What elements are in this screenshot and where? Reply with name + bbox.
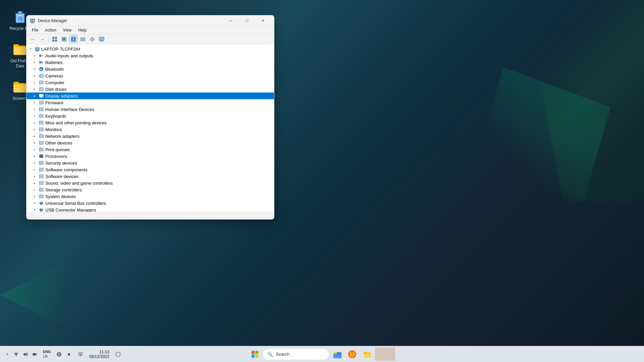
device-tree[interactable]: ▾ LAPTOP-7LCPF2IH ▸Audio inputs and outp… bbox=[26, 44, 274, 212]
expand-btn-other-devices[interactable]: ▸ bbox=[32, 140, 37, 145]
expand-btn-keyboards[interactable]: ▸ bbox=[32, 113, 37, 119]
icon-system-devices bbox=[39, 194, 44, 199]
tree-root[interactable]: ▾ LAPTOP-7LCPF2IH bbox=[26, 46, 274, 52]
toolbar-btn-properties[interactable]: i bbox=[69, 35, 78, 43]
toolbar-btn-4[interactable] bbox=[60, 35, 68, 43]
menu-action[interactable]: Action bbox=[42, 27, 59, 33]
expand-btn-firmware[interactable]: ▸ bbox=[32, 100, 37, 105]
expand-btn-network-adapters[interactable]: ▸ bbox=[32, 133, 37, 139]
expand-btn-processors[interactable]: ▸ bbox=[32, 154, 37, 159]
taskbar-file-explorer[interactable] bbox=[331, 348, 344, 361]
svg-rect-27 bbox=[35, 48, 39, 50]
tree-item-sound-video[interactable]: ▸Sound, video and game controllers bbox=[26, 180, 274, 186]
tree-item-network-adapters[interactable]: ▸Network adapters bbox=[26, 133, 274, 139]
tray-globe-icon[interactable] bbox=[55, 350, 63, 358]
expand-btn-cameras[interactable]: ▸ bbox=[32, 73, 37, 78]
label-storage-controllers: Storage controllers bbox=[45, 187, 82, 192]
tree-item-firmware[interactable]: ▸Firmware bbox=[26, 99, 274, 106]
root-expand[interactable]: ▾ bbox=[28, 46, 33, 52]
tree-item-human-interface[interactable]: ▸Human Interface Devices bbox=[26, 106, 274, 113]
svg-rect-5 bbox=[31, 23, 34, 23]
tray-network-icon[interactable] bbox=[12, 350, 20, 358]
expand-btn-human-interface[interactable]: ▸ bbox=[32, 107, 37, 112]
back-button[interactable]: ← bbox=[29, 35, 37, 43]
tray-battery-icon[interactable] bbox=[31, 350, 39, 358]
expand-btn-software-devices[interactable]: ▸ bbox=[32, 174, 37, 179]
forward-button[interactable]: → bbox=[38, 35, 47, 43]
taskbar-search[interactable]: 🔍 Search bbox=[262, 349, 329, 360]
expand-btn-security-devices[interactable]: ▸ bbox=[32, 160, 37, 166]
window-controls: — ☐ ✕ bbox=[223, 15, 271, 26]
expand-btn-storage-controllers[interactable]: ▸ bbox=[32, 187, 37, 192]
search-icon: 🔍 bbox=[267, 352, 273, 357]
svg-rect-79 bbox=[40, 188, 43, 191]
svg-rect-63 bbox=[40, 155, 42, 157]
tree-item-system-devices[interactable]: ▸System devices bbox=[26, 193, 274, 200]
menu-view[interactable]: View bbox=[60, 27, 74, 33]
expand-btn-usb-connector[interactable]: ▾ bbox=[32, 207, 37, 212]
minimize-button[interactable]: — bbox=[223, 15, 238, 26]
label-usb-connector: USB Connector Managers bbox=[45, 207, 96, 212]
expand-btn-bluetooth[interactable]: ▸ bbox=[32, 66, 37, 72]
tree-item-processors[interactable]: ▸Processors bbox=[26, 153, 274, 160]
window-title: Device Manager bbox=[38, 18, 223, 23]
tree-item-computer[interactable]: ▸Computer bbox=[26, 79, 274, 86]
label-network-adapters: Network adapters bbox=[45, 134, 79, 139]
tray-speaker-icon[interactable] bbox=[66, 350, 74, 358]
taskbar-firefox[interactable] bbox=[345, 348, 359, 361]
tree-item-software-devices[interactable]: ▸Software devices bbox=[26, 173, 274, 180]
expand-btn-print-queues[interactable]: ▸ bbox=[32, 147, 37, 152]
tree-item-audio[interactable]: ▸Audio inputs and outputs bbox=[26, 52, 274, 59]
tree-item-print-queues[interactable]: ▸Print queues bbox=[26, 146, 274, 153]
tray-arrow-icon[interactable] bbox=[76, 350, 85, 358]
system-clock[interactable]: 11:13 06/12/2022 bbox=[87, 349, 111, 360]
tree-item-universal-serial-bus[interactable]: ▸Universal Serial Bus controllers bbox=[26, 200, 274, 206]
toolbar-btn-3[interactable] bbox=[50, 35, 59, 43]
tree-item-bluetooth[interactable]: ▸BBluetooth bbox=[26, 66, 274, 72]
menu-help[interactable]: Help bbox=[76, 27, 90, 33]
menu-file[interactable]: File bbox=[29, 27, 41, 33]
maximize-button[interactable]: ☐ bbox=[239, 15, 255, 26]
tree-item-batteries[interactable]: ▸Batteries bbox=[26, 59, 274, 66]
tree-item-usb-connector[interactable]: ▾USB Connector Managers bbox=[26, 206, 274, 212]
taskbar-files[interactable] bbox=[360, 348, 374, 361]
tray-expand-btn[interactable]: ∧ bbox=[5, 351, 9, 357]
recycle-bin-image bbox=[12, 8, 28, 24]
close-button[interactable]: ✕ bbox=[255, 15, 271, 26]
expand-btn-disk-drives[interactable]: ▸ bbox=[32, 86, 37, 92]
expand-btn-universal-serial-bus[interactable]: ▸ bbox=[32, 200, 37, 206]
tree-item-cameras[interactable]: ▸Cameras bbox=[26, 72, 274, 79]
expand-btn-audio[interactable]: ▸ bbox=[32, 53, 37, 58]
tree-item-disk-drives[interactable]: ▸Disk drives bbox=[26, 86, 274, 93]
expand-btn-monitors[interactable]: ▸ bbox=[32, 127, 37, 132]
expand-btn-software-components[interactable]: ▸ bbox=[32, 167, 37, 172]
toolbar-btn-6[interactable] bbox=[78, 35, 87, 43]
label-firmware: Firmware bbox=[45, 100, 63, 105]
taskbar-extra[interactable] bbox=[375, 348, 395, 361]
tree-items: ▸Audio inputs and outputs▸Batteries▸BBlu… bbox=[26, 52, 274, 212]
svg-rect-112 bbox=[333, 352, 337, 354]
tree-item-keyboards[interactable]: ▸Keyboards bbox=[26, 113, 274, 119]
icon-computer bbox=[39, 80, 44, 85]
tray-volume-icon[interactable] bbox=[21, 350, 30, 358]
tree-item-mice[interactable]: ▸Mice and other pointing devices bbox=[26, 119, 274, 126]
notification-icon[interactable] bbox=[114, 350, 122, 358]
tree-item-monitors[interactable]: ▸Monitors bbox=[26, 126, 274, 133]
toolbar-btn-scan[interactable] bbox=[88, 35, 97, 43]
expand-btn-system-devices[interactable]: ▸ bbox=[32, 194, 37, 199]
tree-item-security-devices[interactable]: ▸Security devices bbox=[26, 160, 274, 166]
tree-item-other-devices[interactable]: ▸Other devices bbox=[26, 139, 274, 146]
language-indicator[interactable]: ENG UK bbox=[42, 349, 52, 359]
tree-item-display-adapters[interactable]: ▸Display adapters bbox=[26, 93, 274, 99]
expand-btn-mice[interactable]: ▸ bbox=[32, 120, 37, 125]
start-button[interactable] bbox=[249, 348, 261, 360]
root-icon bbox=[35, 46, 40, 52]
tree-item-storage-controllers[interactable]: ▸Storage controllers bbox=[26, 186, 274, 193]
tree-item-software-components[interactable]: ▸Software components bbox=[26, 166, 274, 173]
expand-btn-batteries[interactable]: ▸ bbox=[32, 60, 37, 65]
icon-audio bbox=[39, 53, 44, 58]
expand-btn-sound-video[interactable]: ▸ bbox=[32, 180, 37, 186]
expand-btn-computer[interactable]: ▸ bbox=[32, 80, 37, 85]
toolbar-btn-monitor[interactable] bbox=[97, 35, 106, 43]
expand-btn-display-adapters[interactable]: ▸ bbox=[32, 93, 37, 99]
